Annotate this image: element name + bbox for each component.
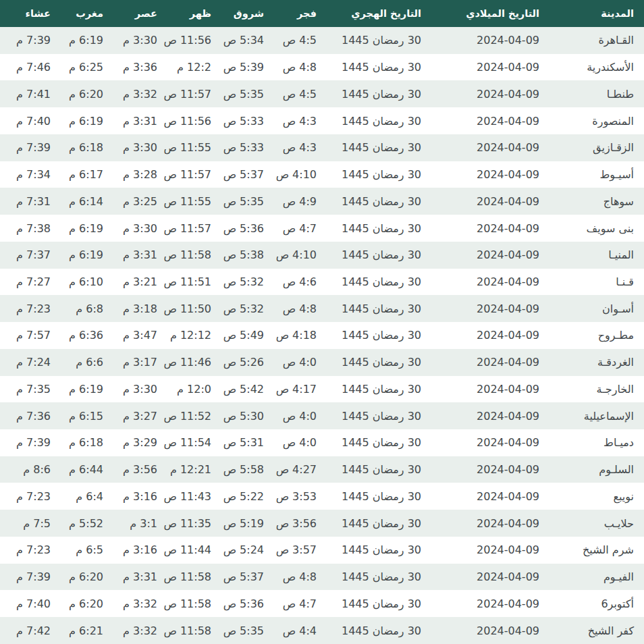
cell-sunrise-time: 5:30 ص [221, 402, 274, 429]
cell-asr-time: 3:47 م [113, 322, 167, 349]
city-name: الإسماعيلية [584, 410, 634, 423]
cell-asr-time: 3:17 م [113, 349, 167, 376]
cell-gregorian-date: 2024-04-09 [431, 215, 549, 242]
cell-fajr-time: 4:0 ص [274, 349, 327, 376]
cell-gregorian-date: 2024-04-09 [431, 269, 549, 296]
cell-asr-time: 3:27 م [113, 402, 167, 429]
cell-city: القـاهرة [549, 27, 644, 54]
cell-asr-time: 3:30 م [113, 376, 167, 403]
prayer-times-table: المدينة التاريخ الميلادي التاريخ الهجري … [0, 0, 644, 644]
cell-maghrib-time: 6:19 م [61, 242, 113, 269]
cell-isha-time: 7:40 م [0, 107, 61, 134]
cell-maghrib-time: 6:36 م [61, 322, 113, 349]
cell-dhuhr-time: 11:51 ص [167, 269, 221, 296]
cell-gregorian-date: 2024-04-09 [431, 590, 549, 617]
city-name: دميـاط [603, 436, 634, 449]
city-name: مطـروح [598, 329, 634, 342]
cell-sunrise-time: 5:32 ص [221, 269, 274, 296]
city-name: أسيـوط [600, 168, 634, 181]
cell-isha-time: 7:23 م [0, 537, 61, 564]
city-name: الفيـوم [603, 570, 634, 583]
city-name: الزقـازيق [593, 141, 634, 154]
cell-maghrib-time: 6:18 م [61, 429, 113, 456]
cell-fajr-time: 4:5 ص [274, 80, 327, 107]
cell-fajr-time: 3:56 ص [274, 510, 327, 537]
cell-gregorian-date: 2024-04-09 [431, 429, 549, 456]
city-name: السلـوم [599, 463, 634, 476]
cell-city: شرم الشيخ [549, 537, 644, 564]
cell-sunrise-time: 5:42 ص [221, 376, 274, 403]
cell-sunrise-time: 5:49 ص [221, 322, 274, 349]
column-header-maghrib: مغرب [61, 0, 113, 27]
cell-maghrib-time: 6:17 م [61, 161, 113, 188]
column-header-asr: عصر [113, 0, 167, 27]
cell-dhuhr-time: 11:46 ص [167, 349, 221, 376]
cell-city: أسـوان [549, 295, 644, 322]
cell-city: المنيـا [549, 242, 644, 269]
prayer-times-page: المدينة التاريخ الميلادي التاريخ الهجري … [0, 0, 644, 644]
cell-fajr-time: 4:27 ص [274, 456, 327, 483]
cell-sunrise-time: 5:35 ص [221, 617, 274, 644]
table-row: نويبع 2024-04-09 30 رمضان 1445 3:53 ص 5:… [0, 483, 644, 510]
cell-dhuhr-time: 11:35 ص [167, 510, 221, 537]
cell-city: الزقـازيق [549, 134, 644, 161]
cell-asr-time: 3:16 م [113, 537, 167, 564]
cell-isha-time: 7:41 م [0, 80, 61, 107]
table-row: بنى سويف 2024-04-09 30 رمضان 1445 4:7 ص … [0, 215, 644, 242]
cell-fajr-time: 4:17 ص [274, 376, 327, 403]
table-row: كفر الشيخ 2024-04-09 30 رمضان 1445 4:4 ص… [0, 617, 644, 644]
cell-maghrib-time: 6:15 م [61, 402, 113, 429]
cell-hijri-date: 30 رمضان 1445 [327, 456, 431, 483]
city-name: كفر الشيخ [588, 624, 634, 637]
cell-sunrise-time: 5:22 ص [221, 483, 274, 510]
cell-asr-time: 3:32 م [113, 80, 167, 107]
cell-isha-time: 7:39 م [0, 429, 61, 456]
cell-maghrib-time: 6:14 م [61, 188, 113, 215]
cell-city: قـنـا [549, 269, 644, 296]
column-header-hijri-date: التاريخ الهجري [327, 0, 431, 27]
table-row: السلـوم 2024-04-09 30 رمضان 1445 4:27 ص … [0, 456, 644, 483]
cell-dhuhr-time: 11:43 ص [167, 483, 221, 510]
city-name: الغردقـة [597, 356, 634, 369]
cell-asr-time: 3:25 م [113, 188, 167, 215]
cell-fajr-time: 4:0 ص [274, 402, 327, 429]
cell-city: بنى سويف [549, 215, 644, 242]
cell-maghrib-time: 6:6 م [61, 349, 113, 376]
cell-isha-time: 7:27 م [0, 269, 61, 296]
cell-dhuhr-time: 11:44 ص [167, 537, 221, 564]
cell-isha-time: 7:39 م [0, 134, 61, 161]
cell-dhuhr-time: 12:12 م [167, 322, 221, 349]
city-name: حلايـب [604, 517, 634, 530]
cell-dhuhr-time: 11:58 ص [167, 242, 221, 269]
cell-city: سوهاج [549, 188, 644, 215]
city-name: شرم الشيخ [583, 543, 634, 556]
cell-fajr-time: 4:7 ص [274, 215, 327, 242]
table-row: المنيـا 2024-04-09 30 رمضان 1445 4:10 ص … [0, 242, 644, 269]
cell-gregorian-date: 2024-04-09 [431, 376, 549, 403]
cell-city: 6أكتوبر [549, 590, 644, 617]
city-name: المنصورة [592, 115, 634, 128]
cell-fajr-time: 3:53 ص [274, 483, 327, 510]
column-header-gregorian-date: التاريخ الميلادي [431, 0, 549, 27]
city-name: سوهاج [603, 195, 634, 208]
cell-asr-time: 3:32 م [113, 590, 167, 617]
cell-sunrise-time: 5:35 ص [221, 188, 274, 215]
cell-isha-time: 7:57 م [0, 322, 61, 349]
cell-dhuhr-time: 11:58 ص [167, 590, 221, 617]
cell-asr-time: 3:18 م [113, 295, 167, 322]
cell-dhuhr-time: 11:58 ص [167, 617, 221, 644]
table-row: الأسكندرية 2024-04-09 30 رمضان 1445 4:8 … [0, 54, 644, 81]
column-header-dhuhr: ظهر [167, 0, 221, 27]
cell-dhuhr-time: 11:54 ص [167, 429, 221, 456]
table-row: سوهاج 2024-04-09 30 رمضان 1445 4:9 ص 5:3… [0, 188, 644, 215]
cell-hijri-date: 30 رمضان 1445 [327, 215, 431, 242]
cell-sunrise-time: 5:39 ص [221, 54, 274, 81]
cell-fajr-time: 4:7 ص [274, 590, 327, 617]
cell-dhuhr-time: 11:55 ص [167, 188, 221, 215]
cell-sunrise-time: 5:38 ص [221, 242, 274, 269]
cell-fajr-time: 4:10 ص [274, 161, 327, 188]
table-row: دميـاط 2024-04-09 30 رمضان 1445 4:0 ص 5:… [0, 429, 644, 456]
cell-hijri-date: 30 رمضان 1445 [327, 510, 431, 537]
cell-gregorian-date: 2024-04-09 [431, 295, 549, 322]
cell-isha-time: 7:39 م [0, 564, 61, 591]
